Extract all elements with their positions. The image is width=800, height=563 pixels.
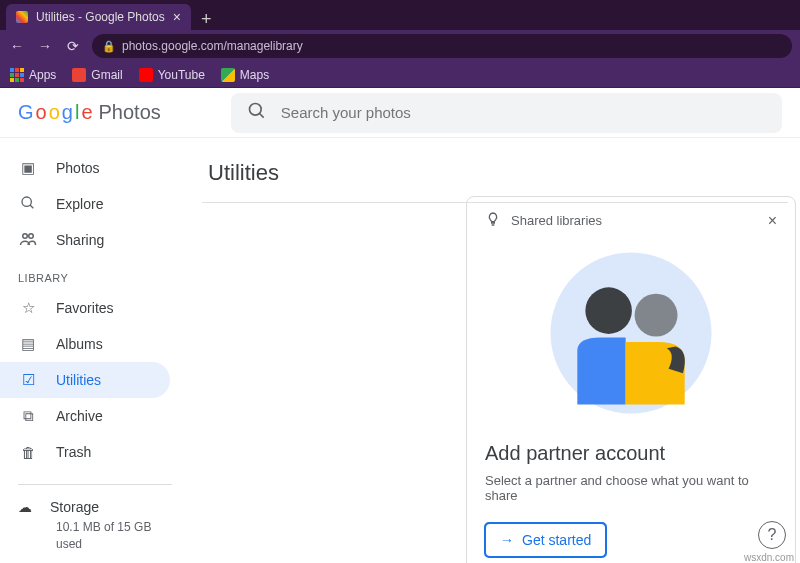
sidebar-item-sharing[interactable]: Sharing [0, 222, 170, 258]
card-hint-label: Shared libraries [511, 213, 602, 228]
arrow-right-icon: → [500, 532, 514, 548]
address-bar[interactable]: 🔒 photos.google.com/managelibrary [92, 34, 792, 58]
sidebar-item-label: Trash [56, 444, 91, 460]
bookmark-apps[interactable]: Apps [10, 68, 56, 82]
help-button[interactable]: ? [758, 521, 786, 549]
bookmark-gmail[interactable]: Gmail [72, 68, 122, 82]
apps-icon [10, 68, 24, 82]
sidebar-divider [18, 484, 172, 485]
album-icon: ▤ [18, 335, 38, 353]
sidebar-item-explore[interactable]: Explore [0, 186, 170, 222]
sidebar-item-label: Archive [56, 408, 103, 424]
card-heading: Add partner account [485, 442, 777, 465]
svg-point-8 [635, 294, 678, 337]
photo-icon: ▣ [18, 159, 38, 177]
svg-point-4 [23, 233, 28, 238]
people-icon [18, 231, 38, 250]
sidebar-item-label: Photos [56, 160, 100, 176]
forward-button[interactable]: → [36, 38, 54, 54]
url-text: photos.google.com/managelibrary [122, 39, 303, 53]
sidebar-item-utilities[interactable]: ☑ Utilities [0, 362, 170, 398]
tab-close-icon[interactable]: × [173, 9, 181, 25]
sidebar-item-albums[interactable]: ▤ Albums [0, 326, 170, 362]
sidebar-item-photos[interactable]: ▣ Photos [0, 150, 170, 186]
get-started-button[interactable]: → Get started [485, 523, 606, 557]
bookmark-youtube[interactable]: YouTube [139, 68, 205, 82]
card-body-text: Select a partner and choose what you wan… [485, 473, 777, 503]
svg-point-7 [585, 287, 632, 334]
reload-button[interactable]: ⟳ [64, 38, 82, 54]
svg-point-2 [22, 197, 31, 206]
bookmark-label: Apps [29, 68, 56, 82]
bookmark-label: YouTube [158, 68, 205, 82]
partner-illustration [485, 230, 777, 442]
sidebar-item-label: Utilities [56, 372, 101, 388]
search-icon [18, 195, 38, 214]
svg-point-0 [249, 103, 261, 115]
sidebar-item-storage[interactable]: ☁ Storage [0, 499, 190, 515]
youtube-icon [139, 68, 153, 82]
shared-libraries-card: Shared libraries × Add partner account S… [466, 196, 796, 563]
browser-tab[interactable]: Utilities - Google Photos × [6, 4, 191, 30]
bookmarks-bar: Apps Gmail YouTube Maps [0, 62, 800, 88]
bookmark-label: Gmail [91, 68, 122, 82]
sidebar-item-label: Favorites [56, 300, 114, 316]
trash-icon: 🗑 [18, 444, 38, 461]
new-tab-button[interactable]: + [191, 9, 222, 30]
maps-icon [221, 68, 235, 82]
search-bar[interactable] [231, 93, 782, 133]
cloud-icon: ☁ [18, 499, 32, 515]
bookmark-maps[interactable]: Maps [221, 68, 269, 82]
help-icon: ? [768, 526, 777, 544]
lightbulb-icon [485, 211, 501, 230]
storage-usage-text: 10.1 MB of 15 GB used [0, 515, 190, 553]
watermark: wsxdn.com [744, 552, 794, 563]
check-box-icon: ☑ [18, 371, 38, 389]
sidebar-item-archive[interactable]: ⧉ Archive [0, 398, 170, 434]
bookmark-label: Maps [240, 68, 269, 82]
search-input[interactable] [281, 104, 766, 121]
tab-title: Utilities - Google Photos [36, 10, 165, 24]
gmail-icon [72, 68, 86, 82]
archive-icon: ⧉ [18, 407, 38, 425]
google-photos-logo[interactable]: Google Photos [18, 101, 161, 124]
search-icon [247, 101, 267, 125]
sidebar-item-label: Explore [56, 196, 103, 212]
sidebar-item-favorites[interactable]: ☆ Favorites [0, 290, 170, 326]
sidebar: ▣ Photos Explore Sharing LIBRARY ☆ Favor… [0, 138, 190, 563]
sidebar-item-trash[interactable]: 🗑 Trash [0, 434, 170, 470]
back-button[interactable]: ← [8, 38, 26, 54]
app-header: Google Photos [0, 88, 800, 138]
storage-label: Storage [50, 499, 99, 515]
svg-point-5 [29, 233, 34, 238]
svg-line-3 [30, 205, 33, 208]
close-icon[interactable]: × [768, 212, 777, 230]
browser-toolbar: ← → ⟳ 🔒 photos.google.com/managelibrary [0, 30, 800, 62]
sidebar-section-library: LIBRARY [0, 258, 190, 290]
product-name: Photos [99, 101, 161, 124]
star-icon: ☆ [18, 299, 38, 317]
sidebar-item-label: Albums [56, 336, 103, 352]
sidebar-item-label: Sharing [56, 232, 104, 248]
lock-icon: 🔒 [102, 40, 116, 53]
svg-line-1 [259, 113, 263, 117]
browser-tabbar: Utilities - Google Photos × + [0, 0, 800, 30]
cta-label: Get started [522, 532, 591, 548]
main-content: Utilities Shared libraries × [190, 138, 800, 563]
tab-favicon [16, 11, 28, 23]
page-title: Utilities [202, 154, 788, 202]
